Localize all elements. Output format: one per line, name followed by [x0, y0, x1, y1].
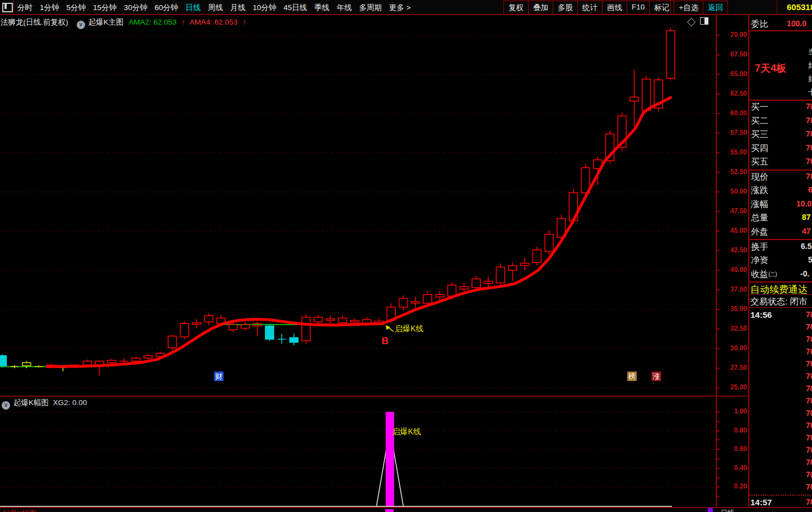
period-item-周线[interactable]: 周线 [208, 3, 223, 13]
main-candlestick-chart[interactable]: 启爆K线B财榜涨 [0, 15, 716, 396]
panel-value-买一: 70 [806, 102, 812, 111]
tool-button-F10[interactable]: F10 [627, 1, 650, 15]
period-item-60分钟[interactable]: 60分钟 [155, 3, 178, 13]
chevron-down-icon[interactable]: ∨ [2, 401, 10, 410]
tick-value: 70 [806, 470, 812, 479]
period-item-月线[interactable]: 月线 [230, 3, 245, 13]
sub-value-axis: 1.000.800.600.400.20 [716, 408, 748, 507]
period-item-日线[interactable]: 日线 [185, 3, 200, 13]
stock-code: 605318 法 [787, 2, 812, 13]
period-item-5分钟[interactable]: 5分钟 [67, 3, 86, 13]
tick-mark [716, 430, 720, 431]
period-item-分时[interactable]: 分时 [17, 3, 32, 13]
up-arrow-icon: ↑ [181, 18, 185, 26]
panel-label-买四: 买四 [751, 143, 768, 154]
buy-marker: B [382, 336, 389, 346]
price-tick-40.00: 40.00 [719, 266, 747, 274]
diamond-icon[interactable] [687, 18, 696, 27]
sub-signal-label: 启爆K线 [392, 427, 421, 436]
period-item-15分钟[interactable]: 15分钟 [93, 3, 116, 13]
tick-value: 70 [806, 497, 812, 506]
chevron-down-icon[interactable]: ∨ [77, 21, 85, 29]
tick-mark [716, 439, 720, 440]
board-count-tag: 7天4板 [755, 62, 786, 75]
panel-divider[interactable] [0, 396, 748, 397]
price-tick-70.00: 70.00 [719, 31, 747, 39]
ama4-value: AMA4: 62.053 [190, 18, 238, 26]
badge-财: 财 [215, 372, 222, 381]
price-tick-65.00: 65.00 [719, 70, 747, 78]
tick-value: 70 [806, 458, 812, 467]
divider [777, 0, 777, 14]
panel-value-买三: 70 [806, 129, 812, 138]
tool-button-多股[interactable]: 多股 [553, 1, 578, 15]
window-icon[interactable] [2, 3, 13, 12]
clipped-pane-label: 起爆K幅图 [2, 509, 36, 512]
tool-button-复权[interactable]: 复权 [503, 1, 529, 15]
sub-indicator-value: XG2: 0.00 [53, 398, 87, 407]
tick-value: 70 [806, 445, 812, 454]
tick-value: 70 [806, 482, 812, 491]
sub-indicator-name[interactable]: 起爆K幅图 [13, 398, 49, 407]
tool-button-画线[interactable]: 画线 [602, 1, 627, 15]
price-tick-30.00: 30.00 [719, 344, 747, 352]
up-arrow-icon: ↑ [242, 18, 246, 26]
panel-label-净资: 净资 [751, 255, 768, 266]
price-tick-45.00: 45.00 [719, 227, 747, 234]
panel-value-总量: 87 [802, 213, 811, 222]
period-item-年线[interactable]: 年线 [337, 3, 352, 13]
clipped-window-icon [708, 508, 713, 512]
tick-value: 70 [806, 359, 812, 368]
period-item-10分钟[interactable]: 10分钟 [253, 3, 276, 13]
tick-value: 70 [806, 384, 812, 393]
panel-label-换手: 换手 [751, 241, 768, 253]
tick-time: 14:57 [750, 497, 772, 507]
panel-label-委比: 委比 [751, 18, 768, 30]
period-item-季线[interactable]: 季线 [314, 3, 329, 13]
period-item-30分钟[interactable]: 30分钟 [124, 3, 147, 13]
panel-value-买四: 70 [806, 143, 812, 152]
panel-label-现价: 现价 [751, 171, 768, 183]
panel-label-买五: 买五 [751, 156, 768, 168]
app-window: 分时1分钟5分钟15分钟30分钟60分钟日线周线月线10分钟45日线季线年线多周… [0, 0, 812, 512]
period-item-多周期[interactable]: 多周期 [359, 3, 382, 13]
tick-mark [716, 468, 720, 469]
toolbar-buttons: 复权叠加多股统计画线F10标记+自选返回 [504, 1, 728, 15]
sub-tick-1.00: 1.00 [719, 407, 747, 415]
price-tick-47.50: 47.50 [719, 207, 747, 215]
sub-tick-0.20: 0.20 [719, 482, 747, 490]
clipped-side-text: 当 [808, 47, 812, 57]
indicator-name[interactable]: 起爆K主图 [88, 18, 124, 26]
panel-label-买二: 买二 [751, 115, 768, 127]
panel-value-涨跌: 6 [808, 185, 812, 194]
period-item-45日线[interactable]: 45日线 [283, 3, 307, 13]
badge-榜: 榜 [628, 372, 636, 381]
split-window-icon[interactable] [700, 17, 708, 25]
tool-button-返回[interactable]: 返回 [703, 1, 728, 15]
panel-value-净资: 5 [808, 255, 812, 264]
panel-label-涨幅: 涨幅 [751, 199, 768, 210]
main-chart-header: 法狮龙(日线.前复权)∨起爆K主图AMA2: 62.053↑ AMA4: 62.… [1, 17, 246, 29]
panel-value-外盘: 47 [802, 227, 811, 236]
period-item-更多 >[interactable]: 更多 > [389, 3, 411, 13]
tool-button-叠加[interactable]: 叠加 [528, 1, 553, 15]
panel-label-涨跌: 涨跌 [751, 185, 768, 196]
tick-value: 70 [806, 408, 812, 417]
panel-label-买三: 买三 [751, 129, 768, 140]
period-menu: 分时1分钟5分钟15分钟30分钟60分钟日线周线月线10分钟45日线季线年线多周… [17, 3, 410, 13]
period-item-1分钟[interactable]: 1分钟 [40, 3, 59, 13]
price-tick-50.00: 50.00 [719, 187, 747, 195]
tool-button-统计[interactable]: 统计 [577, 1, 603, 15]
clipped-side-text: 封 [808, 60, 812, 71]
bottom-strip: 起爆K幅图 日线 [0, 507, 812, 512]
price-tick-57.50: 57.50 [719, 129, 747, 137]
tick-value: 70 [806, 396, 812, 405]
panel-label-总量: 总量 [751, 212, 768, 224]
sub-indicator-chart[interactable]: 启爆K线 [0, 408, 716, 507]
panel-label-买一: 买一 [751, 101, 768, 113]
price-tick-62.50: 62.50 [719, 90, 747, 97]
tool-button-+自选[interactable]: +自选 [674, 1, 703, 15]
divider [13, 0, 14, 14]
sub-chart-header: ∨起爆K幅图 XG2: 0.00 [2, 398, 87, 410]
price-tick-37.50: 37.50 [719, 285, 747, 293]
